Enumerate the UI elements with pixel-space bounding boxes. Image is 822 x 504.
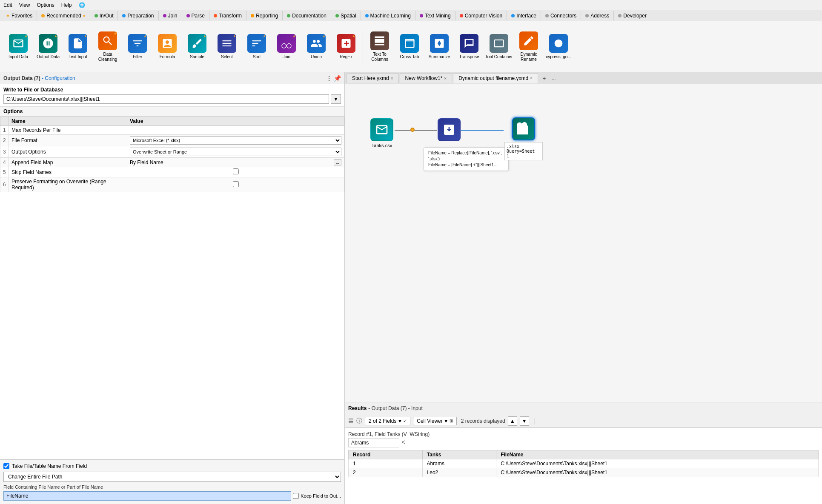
file-path-dropdown-btn[interactable]: ▼ — [331, 94, 341, 104]
nav-up-btn[interactable]: ▲ — [508, 416, 517, 426]
skip-field-names-checkbox[interactable] — [233, 168, 239, 174]
wf-tab-start-here-close[interactable]: × — [391, 76, 393, 81]
star-overlay2: ★ — [54, 34, 57, 38]
parse-dot — [186, 14, 190, 17]
write-to-label: Write to File or Database — [3, 87, 341, 93]
tab-transform[interactable]: Transform — [209, 11, 246, 20]
scroll-left-icon[interactable]: < — [401, 438, 406, 447]
tool-dynamic-rename[interactable]: Dynamic Rename — [514, 30, 544, 64]
file-path-input[interactable] — [3, 94, 329, 104]
star-overlay5: ★ — [143, 34, 147, 38]
star-overlay8: ★ — [233, 34, 236, 38]
tab-reporting-label: Reporting — [256, 13, 278, 19]
tab-join-label: Join — [168, 13, 178, 19]
tool-text-input-label: Text Input — [69, 54, 87, 60]
connector-2 — [461, 130, 504, 131]
tab-spatial[interactable]: Spatial — [331, 11, 361, 20]
info-icon[interactable]: ⓘ — [356, 417, 362, 425]
wf-tab-new-workflow[interactable]: New Workflow1* × — [400, 73, 453, 83]
table-row: 4 Append Field Map By Field Name ... — [0, 158, 344, 167]
tool-sort[interactable]: ★ Sort — [242, 32, 272, 61]
tab-documentation[interactable]: Documentation — [283, 11, 331, 20]
tab-preparation[interactable]: Preparation — [118, 11, 158, 20]
tool-transpose[interactable]: Transpose — [454, 32, 484, 61]
by-field-name-text: By Field Name — [130, 159, 332, 165]
conn-dot — [545, 14, 549, 17]
row-name-1: Max Records Per File — [9, 126, 127, 135]
menu-options[interactable]: Options — [37, 2, 54, 8]
row1-tanks: Abrams — [422, 459, 496, 468]
tab-reporting[interactable]: Reporting — [246, 11, 283, 20]
cell-viewer-btn[interactable]: Cell Viewer ▼ ⊞ — [413, 417, 456, 425]
take-file-checkbox[interactable] — [3, 463, 9, 469]
tab-parse[interactable]: Parse — [182, 11, 209, 20]
fields-dropdown-btn[interactable]: 2 of 2 Fields ▼ ✓ — [365, 417, 410, 425]
tool-cypress[interactable]: cypress_go... — [544, 32, 573, 61]
doc-dot — [287, 14, 290, 17]
wf-tab-add[interactable]: + — [539, 73, 549, 83]
tab-join[interactable]: Join — [159, 11, 182, 20]
tool-join[interactable]: ★ Join — [272, 32, 301, 61]
wf-tab-dynamic-output-close[interactable]: × — [530, 76, 533, 80]
tool-tool-container[interactable]: Tool Container — [484, 32, 514, 61]
tab-textmining[interactable]: Text Mining — [415, 11, 455, 20]
wf-tab-dynamic-output[interactable]: Dynamic output filename.yxmd × — [453, 73, 538, 83]
tool-union[interactable]: ★ Union — [301, 32, 331, 61]
wf-tab-start-here[interactable]: Start Here.yxmd × — [347, 73, 399, 83]
menu-help[interactable]: Help — [61, 2, 72, 8]
tab-favorites[interactable]: ★ Favorites — [2, 11, 37, 20]
pin-icon[interactable]: 📌 — [334, 75, 341, 82]
tool-data-cleansing[interactable]: ★ Data Cleansing — [93, 30, 123, 64]
row-value-1[interactable] — [127, 126, 344, 135]
tool-output-data[interactable]: ★ Output Data — [33, 32, 63, 61]
tab-address-label: Address — [590, 13, 609, 19]
node-formula[interactable] — [438, 118, 461, 141]
more-icon[interactable]: ⋮ — [326, 75, 332, 82]
wf-tab-more[interactable]: ... — [549, 74, 558, 83]
tab-address[interactable]: Address — [581, 11, 614, 20]
tab-ml[interactable]: Machine Learning — [361, 11, 415, 20]
tab-recommended[interactable]: Recommended ● — [37, 11, 90, 20]
tab-interface[interactable]: Interface — [507, 11, 541, 20]
tool-input-data[interactable]: ★ Input Data — [3, 32, 33, 61]
tool-text-to-columns[interactable]: Text To Columns — [365, 30, 395, 64]
ribbon-tabs: ★ Favorites Recommended ● In/Out Prepara… — [0, 10, 822, 21]
tab-developer[interactable]: Developer — [614, 11, 651, 20]
record-value-box: Abrams — [348, 438, 399, 447]
tool-filter[interactable]: ★ Filter — [123, 32, 152, 61]
tool-dynamic-rename-label: Dynamic Rename — [515, 52, 543, 62]
node-output[interactable]: .xlsxQuery=Sheet1 — [504, 117, 543, 160]
output-options-select[interactable]: Overwrite Sheet or Range — [130, 148, 341, 156]
tab-connectors[interactable]: Connectors — [541, 11, 581, 20]
max-records-input[interactable] — [130, 128, 341, 133]
row-num-5: 5 — [0, 167, 9, 177]
nav-down-btn[interactable]: ▼ — [520, 416, 529, 426]
results-header: Results - Output Data (7) - Input — [345, 402, 822, 414]
menu-view[interactable]: View — [19, 2, 30, 8]
tool-sample[interactable]: ★ Sample — [182, 32, 212, 61]
menu-edit[interactable]: Edit — [3, 2, 12, 8]
preserve-formatting-checkbox[interactable] — [233, 181, 239, 187]
keep-field-checkbox[interactable] — [293, 493, 299, 499]
tab-cv[interactable]: Computer Vision — [455, 11, 507, 20]
change-path-select[interactable]: Change Entire File Path — [3, 472, 341, 482]
field-name-input[interactable] — [3, 491, 291, 501]
tab-inout[interactable]: In/Out — [90, 11, 118, 20]
wf-tab-new-workflow-close[interactable]: × — [444, 76, 447, 81]
tool-formula[interactable]: ★ Formula — [152, 32, 182, 61]
row-num-3: 3 — [0, 146, 9, 158]
left-panel-title-area: Output Data (7) - Configuration — [3, 75, 75, 81]
append-field-map-btn[interactable]: ... — [334, 159, 341, 165]
tool-select[interactable]: ★ Select — [212, 32, 242, 61]
node-tanks-csv[interactable]: Tanks.csv — [370, 118, 393, 148]
globe-icon[interactable]: 🌐 — [79, 2, 85, 8]
tool-regex[interactable]: ★ RegEx — [331, 32, 361, 61]
ml-dot — [365, 14, 369, 17]
tool-cross-tab[interactable]: Cross Tab — [395, 32, 424, 61]
tool-summarize[interactable]: Summarize — [424, 32, 454, 61]
tool-text-input[interactable]: ★ Text Input — [63, 32, 93, 61]
list-view-icon[interactable]: ☰ — [348, 418, 354, 424]
file-format-select[interactable]: Microsoft Excel (*.xlsx) — [130, 136, 341, 145]
left-bottom: Take File/Table Name From Field Change E… — [0, 459, 344, 504]
canvas-area[interactable]: Tanks.csv FileName = Replace([FileName],… — [345, 84, 822, 402]
